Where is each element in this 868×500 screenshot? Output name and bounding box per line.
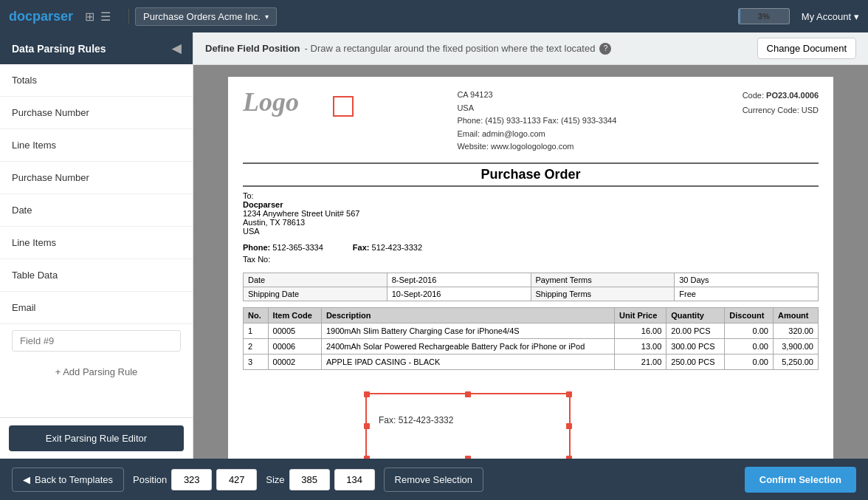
doc-top-section: Logo CA 94123 USA Phone: (415) 933-1133 … — [228, 77, 833, 160]
sidebar-item-table-data[interactable]: Table Data — [0, 259, 193, 292]
doc-to-section: To: Docparser 1234 Anywhere Street Unit#… — [228, 187, 833, 240]
chevron-down-icon: ▾ — [854, 11, 859, 22]
sidebar-item-line-items-1[interactable]: Line Items — [0, 129, 193, 162]
sidebar-footer: Exit Parsing Rule Editor — [0, 417, 193, 459]
list-icon[interactable]: ☰ — [100, 10, 111, 24]
table-row: 1 00005 1900mAh Slim Battery Charging Ca… — [244, 323, 819, 338]
progress-fill — [739, 9, 740, 24]
col-description: Description — [321, 307, 614, 323]
table-header: No. Item Code Description Unit Price Qua… — [244, 307, 819, 323]
change-document-button[interactable]: Change Document — [757, 38, 856, 59]
field-name-input[interactable] — [12, 330, 181, 352]
col-discount: Discount — [725, 307, 774, 323]
define-field-position-label: Define Field Position — [205, 43, 300, 54]
tax-row: Tax No: — [243, 255, 819, 264]
progress-label: 3% — [758, 12, 770, 21]
handle-top-mid[interactable] — [465, 391, 471, 397]
logo-marker — [333, 96, 354, 117]
size-h-input[interactable] — [334, 469, 375, 490]
back-arrow-icon: ◀ — [23, 474, 30, 485]
selection-box[interactable]: Fax: 512-423-3332 — [365, 393, 571, 459]
chevron-down-icon: ▾ — [265, 13, 269, 21]
my-account-label: My Account — [802, 11, 851, 22]
doc-page: Logo CA 94123 USA Phone: (415) 933-1133 … — [228, 77, 833, 459]
grid-icon[interactable]: ⊞ — [85, 10, 94, 24]
handle-mid-left[interactable] — [364, 423, 370, 429]
progress-bar: 3% — [738, 8, 790, 24]
doc-line-items-section: No. Item Code Description Unit Price Qua… — [228, 307, 833, 370]
doc-area: Define Field Position - Draw a rectangul… — [193, 32, 868, 459]
position-label: Position — [133, 474, 167, 485]
my-account[interactable]: My Account ▾ — [802, 11, 859, 22]
logo-parser: parser — [32, 9, 73, 24]
topbar-icons: ⊞ ☰ — [85, 10, 111, 24]
doc-dates-section: Date 8-Sept-2016 Payment Terms 30 Days S… — [228, 273, 833, 301]
sidebar-field-input-row — [0, 324, 193, 357]
table-body: 1 00005 1900mAh Slim Battery Charging Ca… — [244, 323, 819, 369]
sidebar-collapse-icon[interactable]: ◀ — [172, 41, 181, 55]
sidebar-item-email[interactable]: Email — [0, 292, 193, 324]
po-title: Purchase Order — [243, 162, 819, 187]
sidebar-items: Totals Purchase Number Line Items Purcha… — [0, 64, 193, 417]
table-row: Shipping Date 10-Sept-2016 Shipping Term… — [244, 287, 819, 301]
dates-table: Date 8-Sept-2016 Payment Terms 30 Days S… — [243, 273, 819, 301]
define-instruction-text: - Draw a rectangular around the fixed po… — [305, 43, 596, 54]
sidebar-item-totals[interactable]: Totals — [0, 64, 193, 97]
table-row: Date 8-Sept-2016 Payment Terms 30 Days — [244, 273, 819, 287]
add-parsing-rule-button[interactable]: + Add Parsing Rule — [0, 357, 193, 386]
topbar: docparser ⊞ ☰ Purchase Orders Acme Inc. … — [0, 0, 868, 32]
sidebar-header: Data Parsing Rules ◀ — [0, 32, 193, 64]
bottom-bar: ◀ Back to Templates Position Size Remove… — [0, 459, 868, 500]
position-group: Position — [133, 469, 257, 490]
remove-selection-button[interactable]: Remove Selection — [384, 468, 484, 492]
line-items-table: No. Item Code Description Unit Price Qua… — [243, 307, 819, 370]
sidebar-item-purchase-number-2[interactable]: Purchase Number — [0, 162, 193, 194]
confirm-selection-button[interactable]: Confirm Selection — [745, 467, 856, 493]
selection-content: Fax: 512-423-3332 — [367, 406, 569, 434]
doc-contact-row: Phone: 512-365-3334 Fax: 512-423-3332 Ta… — [228, 240, 833, 267]
table-header-row: No. Item Code Description Unit Price Qua… — [244, 307, 819, 323]
size-label: Size — [266, 474, 284, 485]
doc-address-center: CA 94123 USA Phone: (415) 933-1133 Fax: … — [457, 89, 616, 154]
doc-logo: Logo — [243, 89, 331, 154]
size-group: Size — [266, 469, 374, 490]
handle-mid-right[interactable] — [566, 423, 572, 429]
col-item-code: Item Code — [268, 307, 321, 323]
logo-image: Logo — [243, 89, 331, 115]
handle-bottom-left[interactable] — [364, 456, 370, 459]
table-row: 3 00002 APPLE IPAD CASING - BLACK 21.00 … — [244, 354, 819, 369]
handle-top-left[interactable] — [364, 391, 370, 397]
main-layout: Data Parsing Rules ◀ Totals Purchase Num… — [0, 32, 868, 459]
col-quantity: Quantity — [666, 307, 725, 323]
doc-scroll[interactable]: Logo CA 94123 USA Phone: (415) 933-1133 … — [193, 65, 868, 459]
sidebar-item-line-items-2[interactable]: Line Items — [0, 227, 193, 259]
doc-selector[interactable]: Purchase Orders Acme Inc. ▾ — [135, 7, 277, 26]
sidebar: Data Parsing Rules ◀ Totals Purchase Num… — [0, 32, 193, 459]
table-row: 2 00006 2400mAh Solar Powered Rechargeab… — [244, 338, 819, 354]
col-amount: Amount — [773, 307, 818, 323]
sidebar-item-purchase-number-1[interactable]: Purchase Number — [0, 97, 193, 129]
handle-bottom-mid[interactable] — [465, 456, 471, 459]
back-to-templates-button[interactable]: ◀ Back to Templates — [12, 468, 124, 492]
doc-header: Define Field Position - Draw a rectangul… — [193, 32, 868, 65]
doc-header-left: Define Field Position - Draw a rectangul… — [205, 43, 611, 55]
logo: docparser — [9, 9, 73, 24]
col-no: No. — [244, 307, 269, 323]
position-x-input[interactable] — [171, 469, 212, 490]
doc-code-section: Code: PO23.04.0006 Currency Code: USD — [743, 89, 819, 154]
logo-doc: doc — [9, 9, 32, 24]
exit-button[interactable]: Exit Parsing Rule Editor — [9, 425, 184, 451]
topbar-divider — [128, 9, 129, 24]
help-icon[interactable]: ? — [599, 43, 611, 55]
sidebar-item-date[interactable]: Date — [0, 194, 193, 227]
sidebar-title: Data Parsing Rules — [12, 43, 106, 55]
position-y-input[interactable] — [216, 469, 257, 490]
phone-fax-row: Phone: 512-365-3334 Fax: 512-423-3332 — [243, 243, 819, 252]
handle-top-right[interactable] — [566, 391, 572, 397]
size-w-input[interactable] — [289, 469, 330, 490]
handle-bottom-right[interactable] — [566, 456, 572, 459]
doc-selector-label: Purchase Orders Acme Inc. — [143, 11, 261, 22]
col-unit-price: Unit Price — [614, 307, 666, 323]
